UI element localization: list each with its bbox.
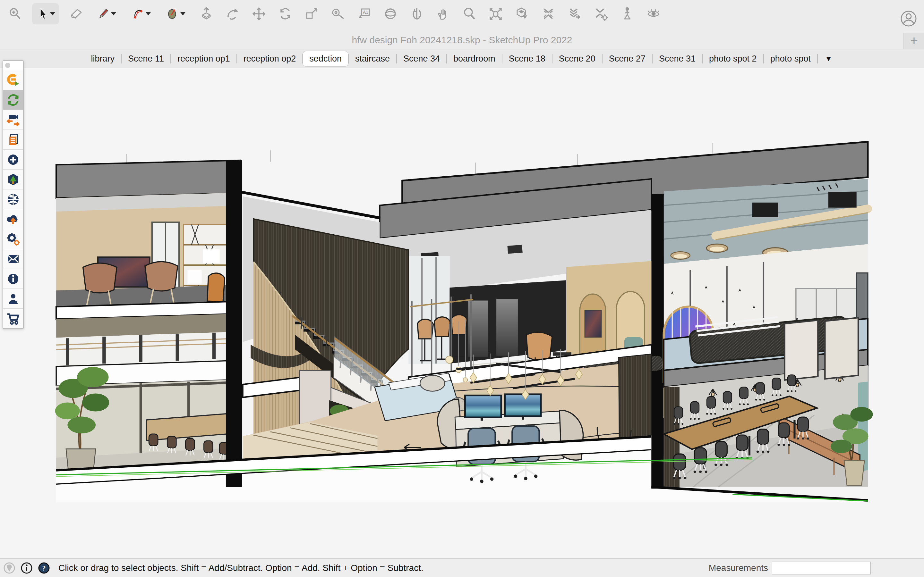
move-tool[interactable] xyxy=(250,3,268,24)
follow-me-icon xyxy=(225,6,240,21)
batch-render-button[interactable] xyxy=(3,130,23,150)
enscape-logo-icon xyxy=(6,73,20,87)
plus-circle-icon xyxy=(6,153,20,167)
cloud-upload-icon xyxy=(6,212,20,226)
cart-icon xyxy=(6,311,20,326)
main-toolbar: A1 xyxy=(6,3,663,24)
model-viewport[interactable] xyxy=(0,68,924,559)
enscape-sync-button[interactable] xyxy=(3,90,23,110)
position-camera-icon xyxy=(515,6,529,21)
cloud-upload-button[interactable] xyxy=(3,210,23,229)
stack-export-tool[interactable] xyxy=(565,3,584,24)
arc-icon xyxy=(132,6,144,21)
status-hint: Click or drag to select objects. Shift =… xyxy=(58,563,423,573)
zoom-tool[interactable] xyxy=(460,3,479,24)
turn-icon xyxy=(409,6,424,21)
add-scene-tab-button[interactable]: + xyxy=(903,33,924,49)
push-pull-icon xyxy=(199,6,214,21)
camera-sync-icon xyxy=(6,113,20,127)
boardroom-art-2 xyxy=(825,318,858,379)
scene-tab-reception-op2[interactable]: reception op2 xyxy=(237,51,302,66)
select-cursor-icon xyxy=(36,6,49,21)
scene-tabs: libraryScene 11reception op1reception op… xyxy=(84,51,839,66)
palette-close-icon[interactable] xyxy=(5,63,10,68)
atrium-glazing xyxy=(409,256,450,364)
measurements-input[interactable] xyxy=(772,562,871,574)
walk-icon xyxy=(620,6,635,21)
pan-tool[interactable] xyxy=(434,3,452,24)
zoom-extents-icon xyxy=(488,6,503,21)
account-avatar-icon[interactable] xyxy=(900,10,917,27)
scale-tool[interactable] xyxy=(302,3,321,24)
scene-tab-scene-34[interactable]: Scene 34 xyxy=(397,51,446,66)
store-button[interactable] xyxy=(3,309,23,328)
scene-tab-scene-20[interactable]: Scene 20 xyxy=(552,51,602,66)
account-button[interactable] xyxy=(3,289,23,309)
turn-tool[interactable] xyxy=(407,3,426,24)
look-around-tool[interactable] xyxy=(644,3,663,24)
tape-measure-icon xyxy=(330,6,345,21)
sync-icon xyxy=(6,93,20,107)
move-icon xyxy=(252,6,266,21)
info-icon xyxy=(6,272,20,286)
follow-me-tool[interactable] xyxy=(223,3,242,24)
tape-measure-tool[interactable] xyxy=(328,3,347,24)
zoom-window-icon xyxy=(8,6,23,21)
zoom-extents-tool[interactable] xyxy=(486,3,505,24)
palette-handle[interactable] xyxy=(3,61,23,70)
arc-tool[interactable] xyxy=(128,3,155,24)
paint-caret-icon xyxy=(180,12,186,15)
enscape-start-button[interactable] xyxy=(3,70,23,90)
scene-tab-scene-31[interactable]: Scene 31 xyxy=(653,51,702,66)
scene-tab-reception-op1[interactable]: reception op1 xyxy=(171,51,236,66)
asset-tree-icon xyxy=(6,172,20,187)
rotate-icon xyxy=(278,6,292,21)
cross-settings-tool[interactable] xyxy=(591,3,610,24)
line-tool[interactable] xyxy=(93,3,120,24)
text-icon: A1 xyxy=(357,6,372,21)
scene-tab-photo-spot-2[interactable]: photo spot 2 xyxy=(703,51,763,66)
asset-library-button[interactable] xyxy=(3,169,23,189)
scene-tab-library[interactable]: library xyxy=(84,51,121,66)
scene-tab-sedction[interactable]: sedction xyxy=(303,51,348,66)
sketchup-window: A1 hfw design Foh 20241218.skp - SketchU… xyxy=(0,0,924,577)
look-around-eye-icon xyxy=(646,6,661,21)
about-button[interactable] xyxy=(3,269,23,289)
feedback-button[interactable] xyxy=(3,249,23,269)
scene-tab-boardroom[interactable]: boardroom xyxy=(447,51,502,66)
section-cross-icon xyxy=(541,6,556,21)
settings-button[interactable] xyxy=(3,229,23,249)
library-room xyxy=(56,193,228,313)
scene-tab-staircase[interactable]: staircase xyxy=(349,51,396,66)
svg-text:A1: A1 xyxy=(363,10,368,15)
add-object-button[interactable] xyxy=(3,150,23,169)
orbit-icon xyxy=(383,6,398,21)
scene-tab-scene-11[interactable]: Scene 11 xyxy=(121,51,170,66)
text-tool[interactable]: A1 xyxy=(355,3,373,24)
push-pull-tool[interactable] xyxy=(197,3,216,24)
boardroom-art-1 xyxy=(785,320,818,380)
paint-bucket-tool[interactable] xyxy=(162,3,189,24)
lower-left-rooms xyxy=(55,301,228,481)
credits-info-icon[interactable] xyxy=(21,562,33,574)
mail-icon xyxy=(6,252,20,266)
zoom-window-tool[interactable] xyxy=(6,3,24,24)
section-cross-tool[interactable] xyxy=(539,3,557,24)
geolocation-icon[interactable] xyxy=(3,562,15,574)
scene-tab-photo-spot[interactable]: photo spot xyxy=(764,51,817,66)
scene-tab-scene-18[interactable]: Scene 18 xyxy=(502,51,552,66)
rotate-tool[interactable] xyxy=(276,3,294,24)
select-tool[interactable] xyxy=(32,3,59,24)
walk-tool[interactable] xyxy=(618,3,636,24)
scene-tabs-overflow-button[interactable]: ▼ xyxy=(818,52,840,66)
panorama-button[interactable] xyxy=(3,189,23,210)
position-camera-tool[interactable] xyxy=(513,3,531,24)
eraser-tool[interactable] xyxy=(67,3,86,24)
model-scene xyxy=(0,68,924,559)
orbit-tool[interactable] xyxy=(381,3,400,24)
camera-sync-button[interactable] xyxy=(3,110,23,130)
section-wall-right xyxy=(651,194,664,489)
stack-export-icon xyxy=(567,6,582,21)
scene-tab-scene-27[interactable]: Scene 27 xyxy=(603,51,652,66)
help-icon[interactable]: ? xyxy=(38,562,50,574)
